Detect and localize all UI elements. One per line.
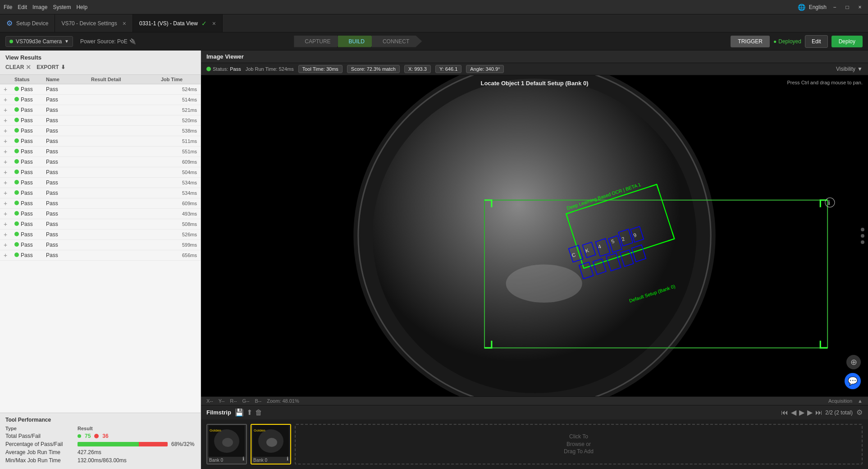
left-panel: View Results CLEAR ✕ EXPORT ⬇ Status Nam… [0, 51, 201, 469]
zoom-pan-button[interactable]: ⊕ [846, 355, 861, 369]
filmstrip-prev-icon[interactable]: ◀ [791, 408, 796, 417]
row-status-dot [14, 138, 19, 143]
x-badge[interactable]: X: 993.3 [404, 65, 431, 73]
result-row-9[interactable]: + Pass Pass 534ms [0, 178, 201, 188]
perf-row-minmax: Min/Max Job Run Time 132.00ms/863.00ms [5, 457, 195, 464]
row-expand-icon[interactable]: + [4, 231, 14, 238]
result-row-12[interactable]: + Pass Pass 493ms [0, 209, 201, 219]
visibility-control[interactable]: Visibility ▼ [836, 66, 863, 72]
deployed-badge: ● Deployed [773, 38, 801, 45]
row-expand-icon[interactable]: + [4, 189, 14, 197]
row-expand-icon[interactable]: + [4, 252, 14, 259]
result-row-11[interactable]: + Pass Pass 609ms [0, 198, 201, 209]
filmstrip-save-icon[interactable]: 💾 [235, 408, 244, 417]
filmstrip-play-icon[interactable]: ▶ [799, 408, 804, 417]
filmstrip-next-icon[interactable]: ▶ [807, 408, 813, 417]
tab-data-close[interactable]: × [212, 20, 216, 27]
status-value: Pass [230, 66, 241, 72]
menu-image[interactable]: Image [32, 4, 47, 10]
filmstrip-thumb-1[interactable]: Golden Bank 0 ℹ [206, 424, 247, 464]
workflow-steps: CAPTURE BUILD CONNECT [294, 36, 422, 47]
step-build[interactable]: BUILD [338, 36, 377, 47]
score-badge[interactable]: Score: 72.3% match [347, 65, 400, 73]
row-time: 551ms [161, 149, 197, 154]
result-row-0[interactable]: + Pass Pass 524ms [0, 84, 201, 95]
tab-data-view[interactable]: 0331-1 (VS) - Data View ✓ × [133, 14, 223, 32]
row-status-dot [14, 201, 19, 205]
tab-setup-device[interactable]: ⚙ Setup Device [0, 14, 55, 32]
row-expand-icon[interactable]: + [4, 179, 14, 186]
title-bar: File Edit Image System Help 🌐 English − … [0, 0, 868, 14]
result-row-6[interactable]: + Pass Pass 551ms [0, 147, 201, 157]
filmstrip-first-icon[interactable]: ⏮ [781, 409, 788, 417]
filmstrip-upload-icon[interactable]: ⬆ [247, 408, 252, 417]
result-row-3[interactable]: + Pass Pass 520ms [0, 115, 201, 126]
result-row-1[interactable]: + Pass Pass 514ms [0, 95, 201, 105]
row-expand-icon[interactable]: + [4, 106, 14, 114]
result-row-2[interactable]: + Pass Pass 521ms [0, 105, 201, 115]
row-status-dot [14, 87, 19, 91]
row-expand-icon[interactable]: + [4, 169, 14, 176]
row-expand-icon[interactable]: + [4, 241, 14, 248]
clear-button[interactable]: CLEAR ✕ [5, 64, 31, 71]
row-expand-icon[interactable]: + [4, 96, 14, 103]
step-connect[interactable]: CONNECT [372, 36, 422, 47]
result-row-16[interactable]: + Pass Pass 656ms [0, 250, 201, 261]
tool-time-badge[interactable]: Tool Time: 30ms [298, 65, 343, 73]
thumb-1-info-icon[interactable]: ℹ [242, 456, 244, 462]
angle-badge[interactable]: Angle: 340.9° [466, 65, 504, 73]
title-bar-menu: File Edit Image System Help [4, 4, 87, 10]
side-dot-3[interactable] [861, 240, 864, 244]
row-expand-icon[interactable]: + [4, 210, 14, 217]
menu-file[interactable]: File [4, 4, 12, 10]
result-row-4[interactable]: + Pass Pass 538ms [0, 126, 201, 136]
title-bar-left: File Edit Image System Help [4, 4, 87, 10]
y-badge[interactable]: Y: 646.1 [435, 65, 461, 73]
result-row-5[interactable]: + Pass Pass 511ms [0, 136, 201, 147]
result-row-13[interactable]: + Pass Pass 508ms [0, 219, 201, 230]
menu-system[interactable]: System [53, 4, 71, 10]
filmstrip-last-icon[interactable]: ⏭ [815, 409, 822, 417]
thumb-2-info-icon[interactable]: ℹ [287, 456, 288, 462]
tab-vs70-settings[interactable]: VS70 - Device Settings × [55, 14, 133, 32]
row-time: 521ms [161, 107, 197, 113]
filmstrip-delete-icon[interactable]: 🗑 [255, 409, 262, 417]
camera-selector[interactable]: VS709d3e Camera ▼ [5, 36, 73, 47]
export-button[interactable]: EXPORT ⬇ [37, 64, 65, 70]
row-time: 538ms [161, 128, 197, 133]
tab-vs70-close[interactable]: × [123, 20, 126, 27]
row-expand-icon[interactable]: + [4, 127, 14, 134]
result-row-15[interactable]: + Pass Pass 599ms [0, 240, 201, 250]
menu-help[interactable]: Help [76, 4, 87, 10]
row-expand-icon[interactable]: + [4, 138, 14, 145]
filmstrip-drop-zone[interactable]: Click To Browse or Drag To Add [295, 424, 863, 464]
row-status-text: Pass [21, 211, 33, 217]
perf-col-type: Type [5, 426, 78, 431]
maximize-button[interactable]: □ [843, 3, 852, 12]
language-label[interactable]: English [809, 4, 827, 10]
result-row-10[interactable]: + Pass Pass 534ms [0, 188, 201, 198]
step-capture[interactable]: CAPTURE [294, 36, 343, 47]
row-expand-icon[interactable]: + [4, 117, 14, 124]
result-row-7[interactable]: + Pass Pass 609ms [0, 157, 201, 167]
filmstrip-settings-icon[interactable]: ⚙ [856, 408, 863, 417]
row-expand-icon[interactable]: + [4, 86, 14, 93]
row-expand-icon[interactable]: + [4, 158, 14, 166]
filmstrip-thumb-2[interactable]: Golden Bank 0 ℹ [251, 424, 291, 464]
row-expand-icon[interactable]: + [4, 221, 14, 228]
trigger-button[interactable]: TRIGGER [731, 36, 770, 47]
edit-button[interactable]: Edit [805, 35, 828, 48]
deploy-button[interactable]: Deploy [831, 36, 863, 47]
minimize-button[interactable]: − [830, 3, 839, 12]
side-dot-2[interactable] [861, 234, 864, 238]
result-row-8[interactable]: + Pass Pass 504ms [0, 167, 201, 178]
row-time: 493ms [161, 211, 197, 216]
row-name: Pass [46, 138, 91, 144]
side-dot-1[interactable] [861, 228, 864, 231]
row-expand-icon[interactable]: + [4, 148, 14, 155]
chat-button[interactable]: 💬 [845, 373, 861, 389]
row-expand-icon[interactable]: + [4, 200, 14, 207]
close-button[interactable]: × [855, 3, 864, 12]
result-row-14[interactable]: + Pass Pass 526ms [0, 230, 201, 240]
menu-edit[interactable]: Edit [18, 4, 27, 10]
